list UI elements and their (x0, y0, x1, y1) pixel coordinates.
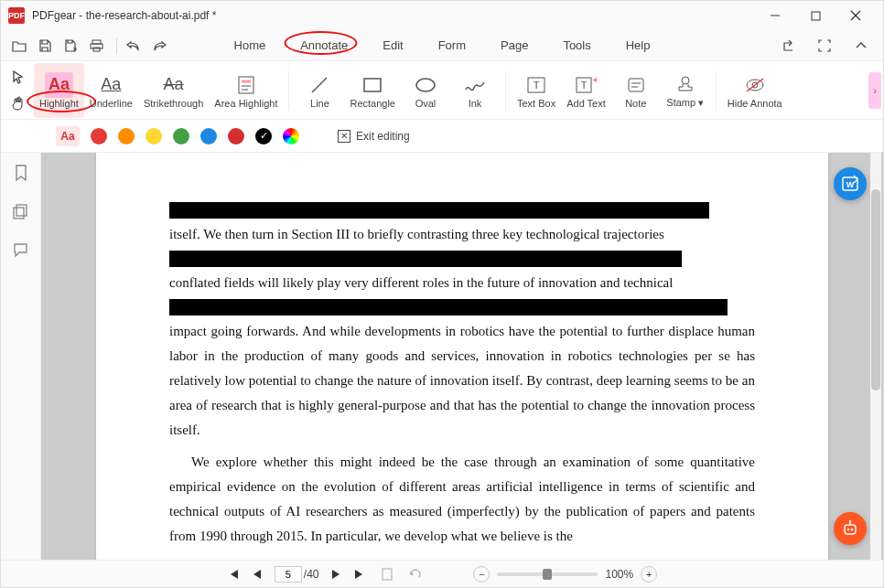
menu-edit[interactable]: Edit (377, 35, 408, 56)
swatch-red[interactable] (91, 128, 107, 144)
convert-to-word-button[interactable]: W (834, 167, 867, 200)
tool-stamp[interactable]: Stamp ▾ (661, 63, 710, 118)
document-viewport[interactable]: itself. We then turn in Section III to b… (41, 153, 883, 560)
save-button[interactable] (34, 35, 56, 57)
menu-page[interactable]: Page (495, 35, 534, 56)
maximize-button[interactable] (795, 1, 835, 30)
tool-oval-label: Oval (415, 98, 437, 109)
print-button[interactable] (85, 35, 107, 57)
tool-text-box[interactable]: T Text Box (512, 63, 561, 118)
exit-editing-button[interactable]: ✕ Exit editing (338, 130, 410, 143)
tool-add-text[interactable]: T+ Add Text (561, 63, 611, 118)
close-button[interactable] (835, 1, 876, 30)
page-indicator: /40 (275, 566, 319, 583)
tool-note[interactable]: Note (611, 63, 661, 118)
svg-text:T: T (581, 80, 588, 91)
menu-tools[interactable]: Tools (557, 35, 596, 56)
ai-assistant-button[interactable] (834, 512, 867, 545)
exit-editing-label: Exit editing (356, 130, 410, 143)
exit-icon: ✕ (338, 130, 350, 143)
zoom-value: 100% (605, 568, 633, 581)
scrollbar-thumb[interactable] (871, 189, 880, 390)
app-window: PDF PDFgear - the-research-about-ai.pdf … (0, 0, 884, 588)
underline-icon: Aa (101, 72, 121, 98)
thumbnails-panel-button[interactable] (10, 200, 32, 222)
left-rail (1, 153, 41, 560)
svg-rect-1 (812, 12, 820, 20)
text-box-icon: T (526, 72, 546, 98)
swatch-blue[interactable] (200, 128, 217, 144)
strikethrough-icon: Aa (164, 72, 184, 98)
stamp-icon (676, 71, 695, 97)
collapse-ribbon-button[interactable] (850, 35, 872, 57)
bookmarks-panel-button[interactable] (10, 162, 32, 184)
zoom-controls: − 100% + (473, 566, 657, 583)
tool-strikethrough-label: Strikethrough (144, 98, 203, 109)
body-text: conflated fields will likely play very d… (169, 271, 755, 295)
zoom-out-button[interactable]: − (473, 566, 490, 583)
color-bar: Aa ✓ ✕ Exit editing (1, 120, 883, 153)
redo-button[interactable] (148, 35, 170, 57)
fullscreen-button[interactable] (814, 35, 835, 57)
first-page-button[interactable] (227, 569, 240, 580)
fit-page-button[interactable] (381, 567, 393, 582)
swatch-green[interactable] (173, 128, 189, 144)
open-button[interactable] (8, 35, 30, 57)
swatch-black-selected[interactable]: ✓ (255, 128, 272, 144)
redaction-bar (169, 299, 728, 315)
svg-point-34 (849, 520, 851, 522)
swatch-custom-color[interactable] (283, 128, 299, 144)
ribbon-scroll-right[interactable]: › (868, 72, 881, 109)
next-page-button[interactable] (331, 569, 340, 580)
rotate-button[interactable] (408, 567, 422, 581)
tool-rectangle[interactable]: Rectangle (344, 63, 401, 118)
status-bar: /40 − 100% + (1, 560, 883, 587)
last-page-button[interactable] (353, 569, 366, 580)
menu-form[interactable]: Form (433, 35, 471, 56)
zoom-in-button[interactable]: + (641, 566, 657, 583)
svg-rect-12 (364, 79, 381, 91)
menu-home[interactable]: Home (229, 35, 272, 56)
body-text: impact going forwards. And while develop… (169, 319, 755, 443)
undo-button[interactable] (123, 35, 145, 57)
svg-rect-4 (92, 40, 101, 44)
swatch-orange[interactable] (118, 128, 135, 144)
tool-stamp-label: Stamp ▾ (666, 97, 704, 109)
tool-ink[interactable]: Ink (450, 63, 500, 118)
tool-strikethrough[interactable]: Aa Strikethrough (138, 63, 209, 118)
page-nav: /40 (227, 566, 367, 583)
pointer-tool[interactable] (8, 68, 28, 88)
tool-hide-annotations[interactable]: Hide Annota (722, 63, 788, 118)
tool-area-highlight[interactable]: Area Highlight (209, 63, 283, 118)
save-as-button[interactable] (59, 35, 81, 57)
tool-ink-label: Ink (469, 98, 482, 109)
svg-rect-30 (845, 525, 856, 534)
tool-underline[interactable]: Aa Underline (84, 63, 138, 118)
note-icon (627, 72, 645, 98)
swatch-darkred[interactable] (228, 128, 244, 144)
area-highlight-icon (237, 72, 255, 98)
share-button[interactable] (777, 35, 799, 57)
zoom-slider-knob[interactable] (543, 569, 552, 580)
page-input[interactable] (275, 566, 302, 583)
minimize-button[interactable] (755, 1, 795, 30)
tool-underline-label: Underline (90, 98, 133, 109)
zoom-slider[interactable] (497, 572, 598, 576)
hand-tool[interactable] (8, 93, 28, 113)
svg-line-11 (312, 78, 327, 92)
menu-annotate[interactable]: Annotate (295, 35, 353, 56)
highlight-sample: Aa (56, 126, 80, 146)
doc-name: the-research-about-ai.pdf * (86, 9, 217, 22)
comments-panel-button[interactable] (10, 239, 32, 261)
swatch-yellow[interactable] (146, 128, 162, 144)
svg-point-31 (847, 529, 850, 531)
tool-text-box-label: Text Box (517, 98, 555, 109)
tool-oval[interactable]: Oval (401, 63, 450, 118)
tool-line[interactable]: Line (295, 63, 344, 118)
app-icon: PDF (8, 7, 25, 24)
svg-point-13 (416, 79, 435, 91)
menu-help[interactable]: Help (620, 35, 656, 56)
prev-page-button[interactable] (253, 569, 262, 580)
tool-highlight[interactable]: Aa Highlight (34, 63, 84, 118)
vertical-scrollbar[interactable] (870, 153, 881, 560)
